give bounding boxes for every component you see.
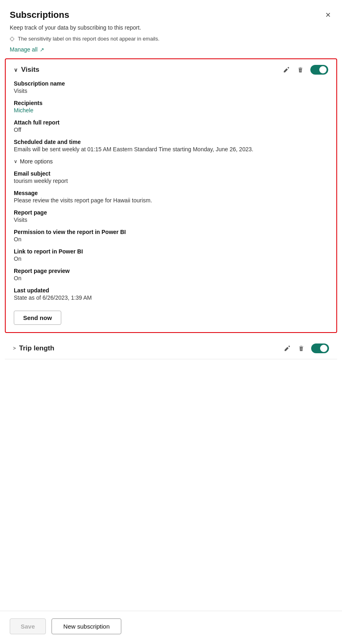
sensitivity-text: The sensitivity label on this report doe… — [18, 36, 159, 42]
link-value: On — [14, 255, 328, 262]
subscription-name-group: Subscription name Visits — [14, 80, 328, 94]
attach-report-value: Off — [14, 127, 328, 133]
more-options-label: More options — [20, 158, 53, 165]
last-updated-value: State as of 6/26/2023, 1:39 AM — [14, 294, 328, 301]
report-preview-value: On — [14, 275, 328, 281]
report-page-group: Report page Visits — [14, 209, 328, 223]
email-subject-group: Email subject tourism weekly report — [14, 170, 328, 184]
visits-card-header: ∨ Visits — [14, 65, 328, 75]
report-preview-group: Report page preview On — [14, 268, 328, 281]
last-updated-label: Last updated — [14, 287, 328, 294]
send-now-button[interactable]: Send now — [14, 311, 61, 325]
trip-length-toggle[interactable] — [311, 343, 329, 353]
more-options-chevron-icon: ∨ — [14, 159, 17, 164]
new-subscription-button[interactable]: New subscription — [52, 618, 121, 634]
scheduled-label: Scheduled date and time — [14, 139, 328, 145]
recipients-group: Recipients Michele — [14, 100, 328, 114]
visits-toggle[interactable] — [310, 65, 328, 75]
report-page-label: Report page — [14, 209, 328, 216]
panel-description: Keep track of your data by subscribing t… — [0, 24, 342, 33]
visits-card-title: ∨ Visits — [14, 66, 39, 74]
trip-length-card-actions — [283, 343, 329, 353]
report-page-value: Visits — [14, 217, 328, 223]
trip-length-card: > Trip length — [5, 338, 337, 359]
permission-value: On — [14, 236, 328, 243]
visits-delete-button[interactable] — [296, 66, 305, 74]
link-label: Link to report in Power BI — [14, 248, 328, 255]
manage-all-link[interactable]: Manage all ↗ — [10, 46, 44, 53]
visits-card-actions — [282, 65, 328, 75]
save-button: Save — [10, 618, 46, 634]
bottom-bar: Save New subscription — [0, 611, 342, 644]
subscription-name-label: Subscription name — [14, 80, 328, 87]
trip-length-title-label: Trip length — [19, 344, 54, 352]
trip-length-card-header: > Trip length — [13, 343, 329, 353]
trip-length-chevron-right-icon[interactable]: > — [13, 346, 16, 351]
last-updated-group: Last updated State as of 6/26/2023, 1:39… — [14, 287, 328, 301]
visits-edit-button[interactable] — [282, 66, 290, 74]
close-button[interactable]: × — [324, 9, 332, 21]
link-group: Link to report in Power BI On — [14, 248, 328, 262]
permission-group: Permission to view the report in Power B… — [14, 229, 328, 243]
trip-length-title: > Trip length — [13, 344, 54, 352]
message-group: Message Please review the visits report … — [14, 190, 328, 204]
panel-title: Subscriptions — [10, 10, 69, 20]
recipients-label: Recipients — [14, 100, 328, 106]
email-subject-label: Email subject — [14, 170, 328, 177]
attach-report-group: Attach full report Off — [14, 119, 328, 133]
attach-report-label: Attach full report — [14, 119, 328, 126]
manage-all-label: Manage all — [10, 46, 38, 53]
email-subject-value: tourism weekly report — [14, 178, 328, 184]
subscriptions-panel: Subscriptions × Keep track of your data … — [0, 0, 342, 644]
sensitivity-icon: ◇ — [10, 35, 15, 42]
recipients-value: Michele — [14, 107, 328, 114]
message-label: Message — [14, 190, 328, 196]
visits-chevron-down-icon[interactable]: ∨ — [14, 67, 18, 73]
sensitivity-row: ◇ The sensitivity label on this report d… — [0, 33, 342, 45]
trip-length-delete-button[interactable] — [297, 344, 305, 353]
report-preview-label: Report page preview — [14, 268, 328, 274]
visits-title-label: Visits — [21, 66, 39, 74]
visits-subscription-card: ∨ Visits — [5, 58, 337, 333]
scheduled-group: Scheduled date and time Emails will be s… — [14, 139, 328, 152]
scheduled-value: Emails will be sent weekly at 01:15 AM E… — [14, 146, 328, 152]
more-options-row[interactable]: ∨ More options — [14, 158, 328, 165]
subscription-name-value: Visits — [14, 88, 328, 94]
trip-length-edit-button[interactable] — [283, 344, 291, 353]
manage-all-row: Manage all ↗ — [0, 45, 342, 58]
panel-header: Subscriptions × — [0, 0, 342, 24]
external-link-icon: ↗ — [40, 47, 44, 53]
message-value: Please review the visits report page for… — [14, 197, 328, 204]
permission-label: Permission to view the report in Power B… — [14, 229, 328, 235]
